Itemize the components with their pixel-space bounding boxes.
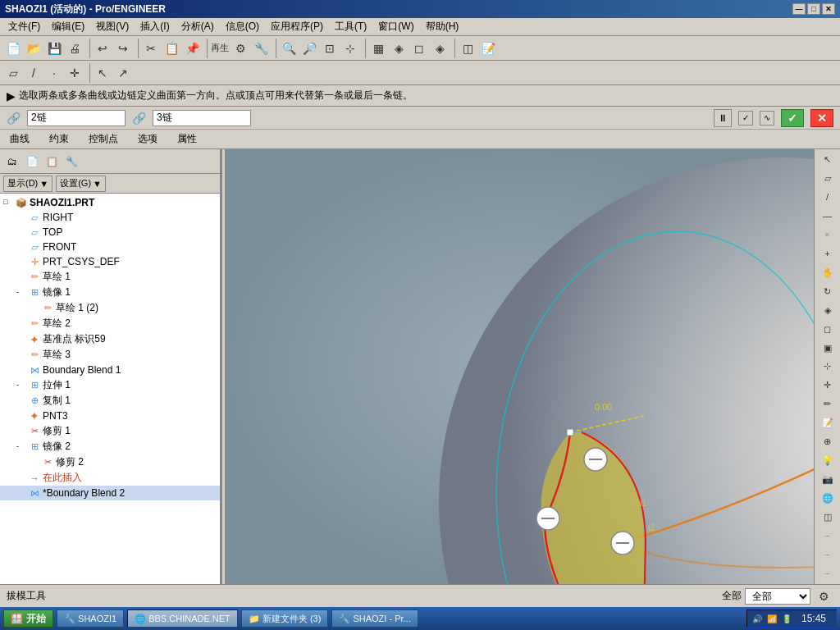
mirror1-expand[interactable]: - bbox=[16, 288, 26, 298]
tree-item-csys[interactable]: ✛ PRT_CSYS_DEF bbox=[0, 254, 220, 269]
toggle2-button[interactable]: ∿ bbox=[760, 111, 774, 126]
rt-sketch[interactable]: ✏ bbox=[816, 395, 839, 413]
root-expand-icon[interactable]: □ bbox=[3, 198, 13, 208]
taskbar-item-3[interactable]: 📁 新建文件夹 (3) bbox=[241, 609, 329, 628]
rt-view4[interactable]: ✕ bbox=[816, 226, 839, 244]
rt-zoom[interactable]: + bbox=[816, 245, 839, 262]
datum-point-btn[interactable]: · bbox=[44, 63, 64, 83]
print-btn[interactable]: 🖨 bbox=[65, 39, 84, 58]
pause-button[interactable]: ⏸ bbox=[714, 109, 732, 127]
tree-item-top[interactable]: ▱ TOP bbox=[0, 225, 220, 240]
rt-camera[interactable]: 📷 bbox=[816, 471, 839, 488]
params-btn[interactable]: 🔧 bbox=[251, 39, 271, 58]
menu-edit[interactable]: 编辑(E) bbox=[47, 18, 89, 35]
taskbar-item-1[interactable]: 🔧 SHAOZI1 bbox=[57, 609, 124, 628]
taskbar-item-4[interactable]: 🔧 SHAOZI - Pr... bbox=[331, 609, 418, 628]
copy-btn[interactable]: 📋 bbox=[162, 39, 181, 58]
rt-annot[interactable]: 📝 bbox=[816, 414, 839, 431]
menu-apps[interactable]: 应用程序(P) bbox=[266, 18, 328, 35]
rt-orient[interactable]: ⊹ bbox=[816, 358, 839, 375]
rt-datum[interactable]: ✛ bbox=[816, 377, 839, 394]
rt-wire[interactable]: ◻ bbox=[816, 321, 839, 338]
zoom-in-btn[interactable]: 🔍 bbox=[279, 39, 299, 58]
tree-btn3[interactable]: 📋 bbox=[43, 153, 61, 171]
tree-btn1[interactable]: 🗂 bbox=[3, 153, 21, 171]
taskbar-item-2[interactable]: 🌐 BBS.CHINADE.NET bbox=[127, 609, 238, 628]
tab-properties[interactable]: 属性 bbox=[174, 130, 200, 148]
tree-item-right[interactable]: ▱ RIGHT bbox=[0, 210, 220, 225]
menu-analysis[interactable]: 分析(A) bbox=[176, 18, 219, 35]
tree-item-mirror1[interactable]: - ⊞ 镜像 1 bbox=[0, 285, 220, 300]
rt-view3[interactable]: — bbox=[816, 208, 839, 225]
tree-item-blend2[interactable]: ⋈ *Boundary Blend 2 bbox=[0, 486, 220, 500]
tree-item-insert[interactable]: → 在此插入 bbox=[0, 470, 220, 486]
rt-pan[interactable]: ✋ bbox=[816, 264, 839, 281]
tree-item-copy1[interactable]: ⊕ 复制 1 bbox=[0, 393, 220, 409]
rt-hidden[interactable]: ▣ bbox=[816, 340, 839, 357]
rt-view2[interactable]: / bbox=[816, 189, 839, 206]
tree-item-trim1[interactable]: ✂ 修剪 1 bbox=[0, 423, 220, 439]
relations-btn[interactable]: ⚙ bbox=[231, 39, 250, 58]
tab-controlpoint[interactable]: 控制点 bbox=[85, 130, 121, 148]
save-btn[interactable]: 💾 bbox=[44, 39, 64, 58]
filter-select[interactable]: 全部 bbox=[745, 588, 810, 605]
maximize-button[interactable]: □ bbox=[807, 3, 820, 15]
rt-layer[interactable]: ◫ bbox=[816, 509, 839, 526]
datum-axis-btn[interactable]: / bbox=[24, 63, 43, 83]
new-btn[interactable]: 📄 bbox=[3, 39, 23, 58]
menu-window[interactable]: 窗口(W) bbox=[373, 18, 418, 35]
confirm-button[interactable]: ✓ bbox=[781, 109, 804, 127]
display-dropdown[interactable]: 显示(D) ▼ bbox=[3, 176, 52, 192]
tree-item-mirror2[interactable]: - ⊞ 镜像 2 bbox=[0, 439, 220, 454]
shade-btn[interactable]: ◈ bbox=[389, 39, 409, 58]
tree-item-blend1[interactable]: ⋈ Boundary Blend 1 bbox=[0, 363, 220, 377]
open-btn[interactable]: 📂 bbox=[24, 39, 43, 58]
start-button[interactable]: 🪟 开始 bbox=[3, 609, 53, 628]
mirror2-expand[interactable]: - bbox=[16, 442, 26, 452]
annotation-btn[interactable]: 📝 bbox=[478, 39, 498, 58]
rt-more2[interactable]: ··· bbox=[816, 546, 839, 564]
rt-more1[interactable]: ··· bbox=[816, 527, 839, 545]
tab-options[interactable]: 选项 bbox=[135, 130, 161, 148]
tree-root[interactable]: □ 📦 SHAOZI1.PRT bbox=[0, 195, 220, 210]
cut-btn[interactable]: ✂ bbox=[141, 39, 161, 58]
help-cursor-btn[interactable]: ↗ bbox=[113, 63, 133, 83]
tree-btn2[interactable]: 📄 bbox=[23, 153, 41, 171]
tree-item-sketch1[interactable]: ✏ 草绘 1 bbox=[0, 269, 220, 285]
status-config[interactable]: ⚙ bbox=[814, 587, 833, 606]
tree-item-sketch1-2[interactable]: ✏ 草绘 1 (2) bbox=[0, 300, 220, 316]
rt-shade[interactable]: ◈ bbox=[816, 302, 839, 319]
layer-btn[interactable]: ◫ bbox=[458, 39, 477, 58]
tree-item-trim2[interactable]: ✂ 修剪 2 bbox=[0, 454, 220, 470]
render-btn[interactable]: ▦ bbox=[368, 39, 388, 58]
chain1-input[interactable] bbox=[27, 110, 126, 126]
hidden-btn[interactable]: ◈ bbox=[430, 39, 450, 58]
menu-view[interactable]: 视图(V) bbox=[91, 18, 134, 35]
tab-constraint[interactable]: 约束 bbox=[46, 130, 72, 148]
select-btn[interactable]: ↖ bbox=[93, 63, 112, 83]
rt-scene[interactable]: 🌐 bbox=[816, 490, 839, 507]
paste-btn[interactable]: 📌 bbox=[182, 39, 202, 58]
tree-item-front[interactable]: ▱ FRONT bbox=[0, 240, 220, 254]
regen-btn[interactable]: 再生 bbox=[210, 39, 230, 58]
menu-file[interactable]: 文件(F) bbox=[3, 18, 45, 35]
cancel-button[interactable]: ✕ bbox=[810, 109, 833, 127]
minimize-button[interactable]: — bbox=[792, 3, 806, 15]
datum-plane-btn[interactable]: ▱ bbox=[3, 63, 23, 83]
menu-info[interactable]: 信息(O) bbox=[221, 18, 264, 35]
chain2-input[interactable] bbox=[153, 110, 251, 126]
menu-help[interactable]: 帮助(H) bbox=[421, 18, 464, 35]
settings-dropdown[interactable]: 设置(G) ▼ bbox=[56, 176, 106, 192]
tray-icon-1[interactable]: 🔊 bbox=[751, 612, 764, 625]
menu-tools[interactable]: 工具(T) bbox=[330, 18, 372, 35]
zoom-fit-btn[interactable]: ⊡ bbox=[320, 39, 340, 58]
rt-rotate[interactable]: ↻ bbox=[816, 283, 839, 300]
tree-btn4[interactable]: 🔧 bbox=[62, 153, 80, 171]
orient-btn[interactable]: ⊹ bbox=[340, 39, 360, 58]
rt-view1[interactable]: ▱ bbox=[816, 170, 839, 187]
close-button[interactable]: ✕ bbox=[822, 3, 835, 15]
rt-section[interactable]: ⊕ bbox=[816, 433, 839, 450]
toggle1-button[interactable]: ✓ bbox=[738, 111, 753, 126]
redo-btn[interactable]: ↪ bbox=[113, 39, 133, 58]
tab-curve[interactable]: 曲线 bbox=[7, 130, 33, 148]
